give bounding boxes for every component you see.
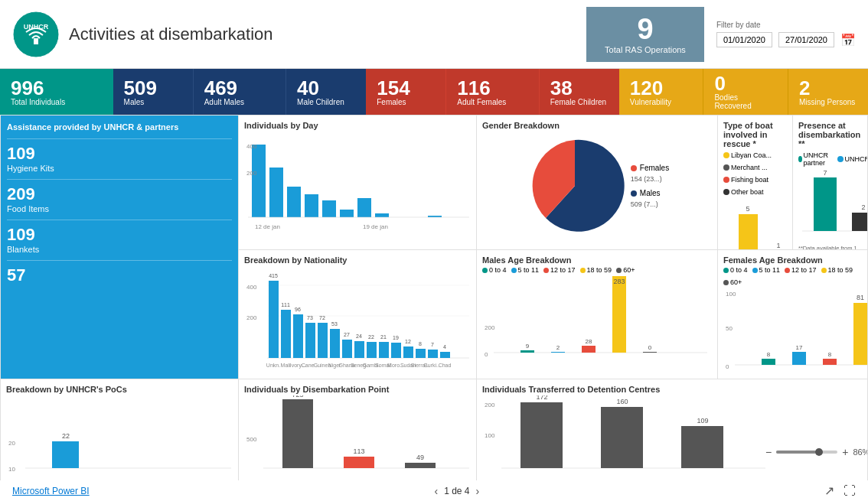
svg-text:Chad: Chad: [439, 363, 452, 368]
svg-rect-128: [601, 407, 643, 468]
f-legend-12-17: 12 to 17: [785, 266, 817, 274]
svg-rect-9: [357, 198, 371, 217]
svg-text:22: 22: [368, 334, 374, 340]
presence-title: Presence at disembarkation **: [798, 121, 862, 148]
zoom-slider[interactable]: [776, 451, 837, 454]
panel-females-age[interactable]: Females Age Breakdown 0 to 4 5 to 11 12 …: [718, 250, 867, 379]
svg-rect-88: [551, 352, 565, 353]
svg-text:0: 0: [726, 363, 729, 370]
legend-other: Other boat: [723, 188, 764, 196]
disembark-chart: 500 725 113 49: [244, 395, 469, 480]
panel-males-age[interactable]: Males Age Breakdown 0 to 4 5 to 11 12 to…: [477, 250, 717, 379]
filter-date-to[interactable]: 27/01/2020: [778, 32, 834, 47]
ras-label: Total RAS Operations: [605, 45, 686, 54]
svg-rect-119: [344, 457, 374, 468]
legend-unhcr: UNHCR: [837, 151, 868, 167]
stat-missing-persons[interactable]: 2 Missing Persons: [788, 69, 868, 115]
legend-60plus: 60+: [616, 266, 635, 274]
filter-date-from[interactable]: 01/01/2020: [716, 32, 772, 47]
svg-rect-121: [405, 463, 436, 468]
panel-boat-type[interactable]: Type of boat involved in rescue * Libyan…: [718, 115, 792, 249]
bottom-right: ↗ ⛶: [824, 483, 856, 498]
stat-male-children[interactable]: 40 Male Children: [286, 69, 366, 115]
females-legend-label: Females: [640, 164, 669, 172]
power-bi-link[interactable]: Microsoft Power BI: [12, 486, 90, 496]
assistance-title: Assistance provided by UNHCR & partners: [7, 122, 232, 132]
assistance-item-3: 109 Blankets: [7, 220, 232, 254]
stat-adult-females[interactable]: 116 Adult Females: [445, 69, 538, 115]
assistance-item-4: 57: [7, 260, 232, 285]
gender-breakdown-title: Gender Breakdown: [482, 121, 712, 130]
stat-total-individuals[interactable]: 996 Total Individuals: [0, 69, 113, 115]
stat-adult-males[interactable]: 469 Adult Males: [193, 69, 286, 115]
stat-number: 154: [377, 78, 410, 98]
detention-title: Individuals Transferred to Detention Cen…: [482, 385, 765, 394]
stat-females[interactable]: 154 Females: [366, 69, 445, 115]
svg-text:2: 2: [861, 203, 865, 211]
svg-text:21: 21: [380, 334, 387, 340]
stat-label: Males: [124, 98, 145, 106]
boat-type-chart: 5 1 2 0: [723, 199, 792, 249]
svg-text:12: 12: [405, 339, 411, 344]
zoom-minus[interactable]: −: [765, 446, 772, 458]
svg-rect-130: [681, 426, 723, 468]
svg-text:12 de jan: 12 de jan: [255, 223, 280, 230]
disembark-title: Individuals by Disembarkation Point: [244, 385, 471, 394]
svg-text:283: 283: [613, 278, 625, 285]
assistance-item-1: 109 Hygiene Kits: [7, 138, 232, 173]
stat-males[interactable]: 509 Males: [113, 69, 193, 115]
svg-rect-66: [440, 352, 450, 358]
prev-page[interactable]: ‹: [434, 485, 438, 497]
filter-box: Filter by date 01/01/2020 27/01/2020 📅: [716, 21, 856, 47]
svg-text:8: 8: [767, 351, 771, 358]
svg-rect-8: [340, 210, 354, 217]
svg-rect-7: [322, 200, 336, 217]
panel-nationality[interactable]: Breakdown by Nationality 400 200 415 111…: [239, 250, 476, 379]
panel-presence[interactable]: Presence at disembarkation ** UNHCR part…: [793, 115, 867, 249]
svg-rect-64: [428, 350, 438, 358]
svg-text:109: 109: [697, 417, 708, 425]
svg-text:9: 9: [526, 343, 530, 350]
svg-text:10: 10: [8, 466, 15, 473]
svg-text:725: 725: [292, 395, 303, 399]
svg-text:UNHCR: UNHCR: [24, 23, 49, 31]
svg-text:400: 400: [246, 284, 257, 291]
svg-rect-38: [269, 281, 279, 358]
stats-row: 996 Total Individuals 509 Males 469 Adul…: [0, 69, 868, 115]
stat-vulnerability[interactable]: 120 Vulnerability: [619, 69, 703, 115]
svg-text:53: 53: [331, 321, 338, 327]
svg-text:Unkn.: Unkn.: [266, 363, 280, 368]
stat-label: Adult Males: [204, 98, 244, 106]
svg-rect-126: [520, 402, 563, 468]
header: UNHCR Activities at disembarkation 9 Tot…: [0, 0, 868, 69]
panel-poc[interactable]: Breakdown by UNHCR's PoCs 10 20 22: [1, 379, 238, 484]
svg-text:200: 200: [246, 170, 257, 177]
poc-title: Breakdown by UNHCR's PoCs: [6, 385, 233, 394]
svg-rect-48: [330, 329, 340, 358]
stat-bodies-recovered[interactable]: 0 Bodies Recovered: [703, 69, 788, 115]
svg-text:111: 111: [281, 302, 290, 307]
share-icon[interactable]: ↗: [824, 483, 834, 498]
ras-box: 9 Total RAS Operations: [586, 7, 704, 62]
panel-assistance[interactable]: Assistance provided by UNHCR & partners …: [1, 115, 238, 379]
next-page[interactable]: ›: [476, 485, 480, 497]
panel-disembark[interactable]: Individuals by Disembarkation Point 500 …: [239, 379, 476, 484]
svg-rect-40: [281, 310, 291, 358]
page-title: Activities at disembarkation: [69, 24, 273, 44]
stat-female-children[interactable]: 38 Female Children: [539, 69, 619, 115]
panel-individuals-by-day[interactable]: Individuals by Day 400 200 12 de jan 19 …: [239, 115, 476, 249]
stat-number: 38: [550, 78, 573, 98]
svg-text:113: 113: [353, 447, 364, 455]
svg-rect-52: [354, 341, 364, 358]
fullscreen-icon[interactable]: ⛶: [844, 484, 856, 498]
svg-text:20: 20: [8, 440, 15, 447]
svg-text:50: 50: [726, 325, 733, 332]
svg-text:0: 0: [485, 351, 488, 358]
svg-text:72: 72: [319, 315, 325, 320]
panel-gender-breakdown[interactable]: Gender Breakdown Females 154 (23...) Mal…: [477, 115, 717, 249]
svg-rect-62: [416, 349, 426, 358]
panel-detention[interactable]: Individuals Transferred to Detention Cen…: [477, 379, 867, 484]
calendar-icon[interactable]: 📅: [840, 33, 856, 47]
stat-label: Females: [377, 98, 406, 106]
zoom-plus[interactable]: +: [842, 446, 848, 458]
